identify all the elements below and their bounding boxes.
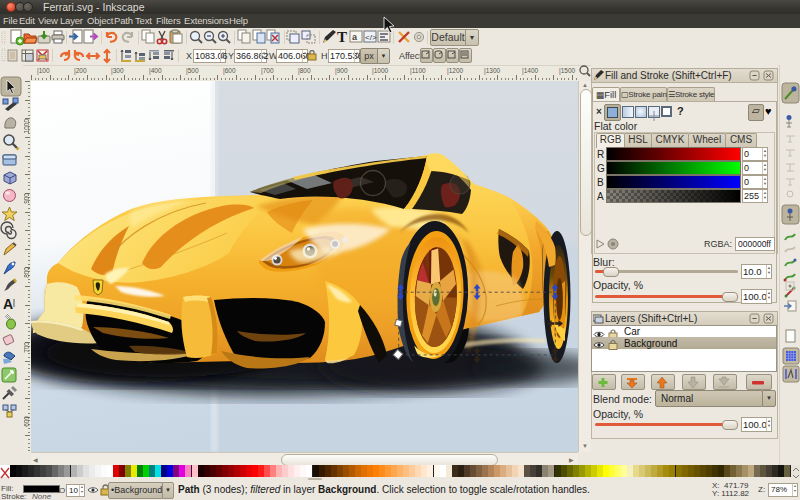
svg-text:A: A — [3, 296, 13, 312]
svg-text:T: T — [337, 29, 347, 45]
svg-text:</>: </> — [365, 33, 377, 42]
